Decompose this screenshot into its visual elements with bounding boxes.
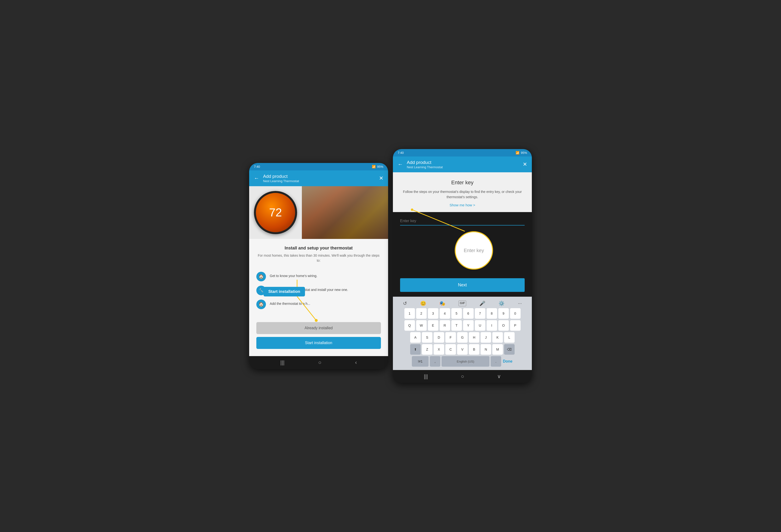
key-z[interactable]: Z xyxy=(422,344,433,355)
app-header-left: ← Add product Nest Learning Thermostat ✕ xyxy=(249,170,388,186)
key-r[interactable]: R xyxy=(440,320,450,331)
battery-right: 95% xyxy=(521,151,527,155)
key-g[interactable]: G xyxy=(457,332,468,343)
key-n[interactable]: N xyxy=(481,344,491,355)
key-v[interactable]: V xyxy=(457,344,468,355)
step-text-3: Add the thermostat to a h... xyxy=(270,299,310,306)
start-installation-button[interactable]: Start installation xyxy=(256,337,381,349)
step-item-1: 🏠 Get to know your home's wiring. xyxy=(256,272,381,281)
back-button-left[interactable]: ← xyxy=(254,175,259,181)
keyboard-row-asdf: A S D F G H J K L xyxy=(394,332,531,343)
keyboard-btn-gif[interactable]: GIF xyxy=(458,300,466,306)
already-installed-button[interactable]: Already installed xyxy=(256,322,381,334)
key-3[interactable]: 3 xyxy=(428,308,439,319)
key-shift[interactable]: ⬆ xyxy=(410,344,421,355)
key-f[interactable]: F xyxy=(445,332,456,343)
nav-home-icon[interactable]: ○ xyxy=(318,360,321,366)
back-button-right[interactable]: ← xyxy=(398,161,403,167)
enter-key-circle-annotation: Enter key xyxy=(455,231,493,270)
step-icon-1: 🏠 xyxy=(256,272,266,281)
key-h[interactable]: H xyxy=(469,332,479,343)
show-me-how-link[interactable]: Show me how > xyxy=(449,203,475,207)
key-i[interactable]: I xyxy=(487,320,497,331)
key-period[interactable]: . xyxy=(491,356,501,367)
keyboard-row-bottom: !#1 , English (US) . Done xyxy=(394,356,531,367)
key-space[interactable]: English (US) xyxy=(442,356,489,367)
nav-home-icon-right[interactable]: ○ xyxy=(461,373,464,379)
key-backspace[interactable]: ⌫ xyxy=(504,344,515,355)
key-0[interactable]: 0 xyxy=(510,308,521,319)
key-7[interactable]: 7 xyxy=(475,308,485,319)
key-d[interactable]: D xyxy=(434,332,444,343)
status-bar-left: 7:40 📶 95% xyxy=(249,163,388,170)
keyboard-btn-emoji[interactable]: 😊 xyxy=(420,300,426,306)
header-title-area-left: Add product Nest Learning Thermostat xyxy=(263,174,379,183)
circle-text: Enter key xyxy=(464,248,484,253)
enter-key-input[interactable] xyxy=(400,217,525,226)
keyboard-btn-more[interactable]: ··· xyxy=(518,300,522,306)
key-q[interactable]: Q xyxy=(404,320,415,331)
header-subtitle-left: Nest Learning Thermostat xyxy=(263,179,379,183)
keyboard-btn-sticker[interactable]: 🎭 xyxy=(439,300,445,306)
step-text-1: Get to know your home's wiring. xyxy=(270,272,318,279)
status-bar-right: 7:40 📶 95% xyxy=(393,149,532,157)
nav-recent-icon[interactable]: ||| xyxy=(280,360,284,366)
key-special[interactable]: !#1 xyxy=(412,356,428,367)
key-6[interactable]: 6 xyxy=(463,308,474,319)
key-w[interactable]: W xyxy=(416,320,427,331)
left-phone: 7:40 📶 95% ← Add product Nest Learning T… xyxy=(249,163,388,369)
step-item-2: 🔧 Remove the old thermostat and install … xyxy=(256,286,381,295)
key-9[interactable]: 9 xyxy=(498,308,509,319)
key-5[interactable]: 5 xyxy=(451,308,462,319)
nav-back-icon[interactable]: ‹ xyxy=(355,360,357,366)
install-title: Install and setup your thermostat xyxy=(256,246,381,251)
keyboard-btn-undo[interactable]: ↺ xyxy=(403,300,407,306)
key-x[interactable]: X xyxy=(434,344,444,355)
key-4[interactable]: 4 xyxy=(440,308,450,319)
key-comma[interactable]: , xyxy=(430,356,440,367)
key-o[interactable]: O xyxy=(498,320,509,331)
key-e[interactable]: E xyxy=(428,320,439,331)
battery-left: 95% xyxy=(377,165,383,168)
key-2[interactable]: 2 xyxy=(416,308,427,319)
key-u[interactable]: U xyxy=(475,320,485,331)
keyboard-toolbar: ↺ 😊 🎭 GIF 🎤 ⚙️ ··· xyxy=(394,298,531,308)
product-image-area: 72 xyxy=(249,186,388,239)
key-j[interactable]: J xyxy=(481,332,491,343)
keyboard-btn-settings[interactable]: ⚙️ xyxy=(499,300,504,306)
key-k[interactable]: K xyxy=(492,332,503,343)
header-subtitle-right: Nest Learning Thermostat xyxy=(407,165,523,169)
close-button-left[interactable]: ✕ xyxy=(379,175,383,181)
room-photo xyxy=(302,186,388,239)
keyboard-row-numbers: 1 2 3 4 5 6 7 8 9 0 xyxy=(394,308,531,319)
key-t[interactable]: T xyxy=(451,320,462,331)
key-y[interactable]: Y xyxy=(463,320,474,331)
install-text-area: Install and setup your thermostat For mo… xyxy=(249,239,388,268)
next-button[interactable]: Next xyxy=(400,278,525,292)
nav-chevron-down-icon[interactable]: ∨ xyxy=(497,373,501,379)
nav-recent-icon-right[interactable]: ||| xyxy=(424,373,428,379)
keyboard-btn-mic[interactable]: 🎤 xyxy=(479,300,485,306)
close-button-right[interactable]: ✕ xyxy=(523,161,527,167)
keyboard: ↺ 😊 🎭 GIF 🎤 ⚙️ ··· 1 2 3 4 5 6 7 8 9 0 Q… xyxy=(393,297,532,370)
wifi-icon: 📶 xyxy=(372,165,376,168)
status-time-left: 7:40 xyxy=(254,165,260,168)
content-area-left: 72 Install and setup your thermostat For… xyxy=(249,186,388,356)
key-m[interactable]: M xyxy=(492,344,503,355)
key-done[interactable]: Done xyxy=(502,356,513,367)
key-1[interactable]: 1 xyxy=(404,308,415,319)
step-text-2: Remove the old thermostat and install yo… xyxy=(270,286,348,292)
enter-key-title: Enter key xyxy=(400,179,525,186)
key-p[interactable]: P xyxy=(510,320,521,331)
key-a[interactable]: A xyxy=(410,332,421,343)
status-time-right: 7:40 xyxy=(398,151,404,155)
key-8[interactable]: 8 xyxy=(487,308,497,319)
steps-list: 🏠 Get to know your home's wiring. 🔧 Remo… xyxy=(249,268,388,317)
key-c[interactable]: C xyxy=(445,344,456,355)
step-icon-3: 🏠 xyxy=(256,299,266,309)
key-l[interactable]: L xyxy=(504,332,515,343)
key-b[interactable]: B xyxy=(469,344,479,355)
app-header-right: ← Add product Nest Learning Thermostat ✕ xyxy=(393,157,532,172)
key-input-section: Enter key xyxy=(393,212,532,230)
key-s[interactable]: S xyxy=(422,332,433,343)
